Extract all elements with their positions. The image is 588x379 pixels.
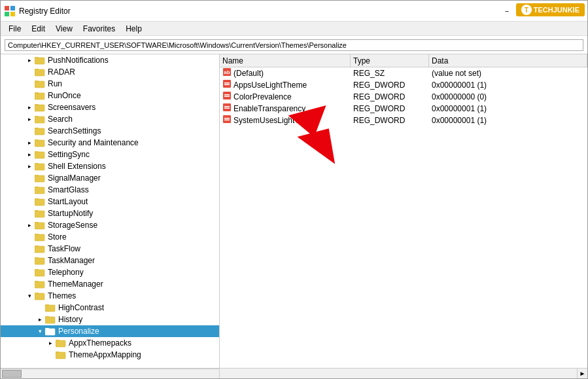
address-value[interactable]: Computer\HKEY_CURRENT_USER\SOFTWARE\Micr… xyxy=(5,39,583,51)
cell-name-2: ColorPrevalence xyxy=(220,91,351,102)
expand-icon-appxthemepacks[interactable]: ▸ xyxy=(45,338,56,348)
tree-item-search[interactable]: ▸ Search xyxy=(1,113,219,125)
tree-item-appxthemepacks[interactable]: ▸ AppxThemepacks xyxy=(1,337,219,349)
folder-icon-signalmanager xyxy=(35,173,45,183)
expand-icon-themes[interactable]: ▾ xyxy=(24,291,35,301)
cell-name-text: SystemUsesLightTheme xyxy=(233,116,319,125)
cell-data-0: (value not set) xyxy=(429,69,587,78)
svg-rect-8 xyxy=(35,69,39,71)
menu-favorites[interactable]: Favorites xyxy=(78,23,120,35)
folder-icon-appxthemepacks xyxy=(56,338,66,348)
tree-item-securityandmaintenance[interactable]: ▸ Security and Maintenance xyxy=(1,137,219,149)
main-content: ▸ PushNotifications RADAR Run RunOnce▸ S… xyxy=(1,54,587,378)
expand-icon-shellextensions[interactable]: ▸ xyxy=(24,161,35,171)
table-row[interactable]: ab (Default)REG_SZ(value not set) xyxy=(220,67,587,79)
expand-icon-pushnotifications[interactable]: ▸ xyxy=(24,55,35,65)
cell-name-3: EnableTransparency xyxy=(220,103,351,114)
tree-item-telephony[interactable]: Telephony xyxy=(1,266,219,278)
bottom-scrollbar[interactable]: ► xyxy=(220,368,587,378)
table-body: ab (Default)REG_SZ(value not set) AppsUs… xyxy=(220,67,587,368)
folder-icon-runonce xyxy=(35,91,45,100)
svg-rect-87 xyxy=(223,92,231,99)
folder-icon-taskflow xyxy=(35,244,45,253)
expand-icon-history[interactable]: ▸ xyxy=(35,314,45,325)
tree-item-startupnotify[interactable]: StartupNotify xyxy=(1,208,219,219)
tree-item-smartglass[interactable]: SmartGlass xyxy=(1,184,219,196)
cell-name-text: EnableTransparency xyxy=(233,104,305,113)
tree-item-personalize[interactable]: ▾ Personalize xyxy=(1,325,219,337)
menu-bar: File Edit View Favorites Help xyxy=(1,22,587,36)
tree-label-highcontrast: HighContrast xyxy=(58,303,104,312)
svg-rect-1 xyxy=(10,6,15,10)
table-row[interactable]: AppsUseLightThemeREG_DWORD0x00000001 (1) xyxy=(220,79,587,91)
cell-data-3: 0x00000001 (1) xyxy=(429,104,587,113)
col-header-name[interactable]: Name xyxy=(220,54,351,67)
app-icon xyxy=(5,6,15,16)
tree-item-searchsettings[interactable]: SearchSettings xyxy=(1,125,219,137)
tree-item-taskmanager[interactable]: TaskManager xyxy=(1,255,219,266)
tree-item-pushnotifications[interactable]: ▸ PushNotifications xyxy=(1,54,219,66)
tree-item-screensavers[interactable]: ▸ Screensavers xyxy=(1,101,219,113)
svg-rect-59 xyxy=(35,269,39,271)
col-header-data[interactable]: Data xyxy=(429,54,587,67)
cell-name-4: SystemUsesLightTheme xyxy=(220,115,351,126)
tree-item-highcontrast[interactable]: HighContrast xyxy=(1,302,219,314)
menu-file[interactable]: File xyxy=(3,23,26,35)
svg-rect-0 xyxy=(5,6,9,10)
tree-scroll[interactable]: ▸ PushNotifications RADAR Run RunOnce▸ S… xyxy=(1,54,219,368)
tree-item-startlayout[interactable]: StartLayout xyxy=(1,196,219,208)
svg-rect-92 xyxy=(224,108,230,109)
expand-icon-securityandmaintenance[interactable]: ▸ xyxy=(24,137,35,148)
tree-label-themes: Themes xyxy=(48,291,76,300)
cell-type-0: REG_SZ xyxy=(351,69,429,78)
tree-label-history: History xyxy=(58,315,82,324)
tree-item-themes[interactable]: ▾ Themes xyxy=(1,290,219,302)
expand-icon-storagesense[interactable]: ▸ xyxy=(24,220,35,230)
title-bar: Registry Editor − □ ✕ xyxy=(1,1,587,22)
menu-view[interactable]: View xyxy=(50,23,78,35)
svg-rect-38 xyxy=(35,187,39,189)
svg-rect-71 xyxy=(45,316,49,318)
svg-rect-3 xyxy=(10,12,15,16)
tree-item-runonce[interactable]: RunOnce xyxy=(1,90,219,101)
tree-item-store[interactable]: Store xyxy=(1,231,219,243)
tree-item-settingsync[interactable]: ▸ SettingSync xyxy=(1,149,219,160)
svg-rect-53 xyxy=(35,245,39,247)
col-header-type[interactable]: Type xyxy=(351,54,429,67)
table-row[interactable]: EnableTransparencyREG_DWORD0x00000001 (1… xyxy=(220,103,587,115)
reg-value-icon: ab xyxy=(222,67,232,79)
tree-label-shellextensions: Shell Extensions xyxy=(48,162,106,171)
table-header: Name Type Data xyxy=(220,54,587,67)
expand-icon-search[interactable]: ▸ xyxy=(24,114,35,124)
tree-item-thememanager[interactable]: ThemeManager xyxy=(1,278,219,290)
tree-item-themeappxmapping[interactable]: ThemeAppxMapping xyxy=(1,349,219,361)
tree-item-history[interactable]: ▸ History xyxy=(1,314,219,325)
svg-rect-17 xyxy=(35,104,39,106)
svg-rect-56 xyxy=(35,257,39,259)
menu-edit[interactable]: Edit xyxy=(26,23,50,35)
svg-rect-23 xyxy=(35,128,39,130)
svg-rect-89 xyxy=(224,96,230,98)
tree-label-signalmanager: SignalManager xyxy=(48,173,101,183)
cell-type-2: REG_DWORD xyxy=(351,92,429,101)
expand-icon-screensavers[interactable]: ▸ xyxy=(24,102,35,113)
expand-icon-personalize[interactable]: ▾ xyxy=(35,326,45,336)
tree-item-storagesense[interactable]: ▸ StorageSense xyxy=(1,219,219,231)
tree-item-signalmanager[interactable]: SignalManager xyxy=(1,172,219,184)
svg-rect-77 xyxy=(56,340,60,342)
svg-rect-50 xyxy=(35,234,39,236)
tree-hscroll[interactable] xyxy=(1,368,219,378)
tree-label-appxthemepacks: AppxThemepacks xyxy=(69,338,131,348)
menu-help[interactable]: Help xyxy=(120,23,147,35)
tree-item-run[interactable]: Run xyxy=(1,78,219,90)
cell-type-3: REG_DWORD xyxy=(351,104,429,113)
expand-icon-settingsync[interactable]: ▸ xyxy=(24,149,35,160)
tree-item-radar[interactable]: RADAR xyxy=(1,66,219,78)
tree-item-taskflow[interactable]: TaskFlow xyxy=(1,243,219,255)
folder-icon-securityandmaintenance xyxy=(35,138,45,147)
tree-item-shellextensions[interactable]: ▸ Shell Extensions xyxy=(1,160,219,172)
tree-label-startupnotify: StartupNotify xyxy=(48,209,93,218)
table-row[interactable]: SystemUsesLightThemeREG_DWORD0x00000001 … xyxy=(220,115,587,126)
table-row[interactable]: ColorPrevalenceREG_DWORD0x00000000 (0) xyxy=(220,91,587,103)
tree-label-search: Search xyxy=(48,115,73,124)
